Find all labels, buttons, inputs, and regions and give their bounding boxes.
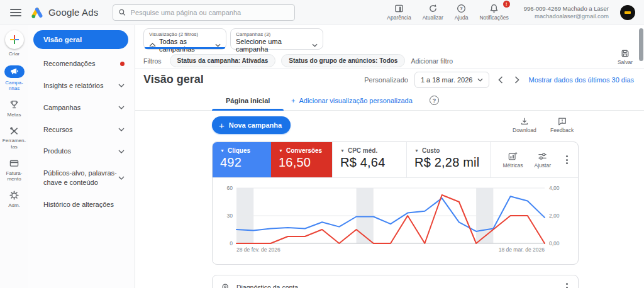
appearance-button[interactable]: Aparência — [387, 4, 411, 21]
rail-item-goals[interactable]: Metas — [8, 100, 21, 118]
sidebar-item-audiences[interactable]: Públicos-alvo, palavras-chave e conteúdo — [33, 162, 128, 194]
svg-text:18 de mar. de 2026: 18 de mar. de 2026 — [499, 246, 545, 253]
feedback-label: Feedback — [550, 127, 574, 133]
refresh-button[interactable]: Atualizar — [423, 4, 443, 21]
rail-item-tools[interactable]: Ferramen- tas — [3, 126, 26, 150]
metric-clicks-label: Cliques — [228, 147, 250, 154]
performance-chart: 030600,002,004,0028 de fev. de 202618 de… — [213, 178, 578, 263]
sidebar-item-insights[interactable]: Insights e relatórios — [33, 75, 128, 97]
rail-label-tools: Ferramen- tas — [3, 138, 26, 150]
metric-conversions-value: 16,50 — [279, 155, 332, 170]
sidebar-item-resources[interactable]: Recursos — [33, 119, 128, 141]
svg-text:4,00: 4,00 — [549, 185, 560, 191]
account-info[interactable]: 996-009-4269 Machado a Laser machadoalas… — [524, 5, 609, 20]
plus-icon: + — [219, 121, 225, 130]
view-selector-label: Visualização (2 filtros) — [149, 31, 221, 37]
sidebar: Visão geral Recomendações Insights e rel… — [28, 25, 135, 288]
sidebar-recommendations-label: Recomendações — [43, 59, 96, 69]
save-icon — [621, 49, 630, 58]
save-button[interactable]: Salvar — [618, 49, 633, 65]
sidebar-item-products[interactable]: Produtos — [33, 140, 128, 162]
new-campaign-button[interactable]: + Nova campanha — [212, 116, 291, 134]
metric-cpc-value: R$ 4,64 — [340, 155, 406, 170]
sidebar-item-recommendations[interactable]: Recomendações — [33, 53, 128, 75]
rail-label-create: Criar — [9, 51, 19, 57]
download-button[interactable]: Download — [513, 117, 536, 133]
metric-cost-label: Custo — [422, 147, 440, 154]
menu-icon[interactable] — [10, 9, 21, 16]
refresh-label: Atualizar — [423, 14, 443, 21]
filter-chip-adgroup-status[interactable]: Status do grupo de anúncios: Todos — [281, 54, 405, 67]
diagnostics-menu-kebab-icon[interactable] — [562, 280, 572, 288]
metric-card-cost[interactable]: ▼Custo R$ 2,28 mil — [406, 142, 490, 177]
rail-label-billing: Fatura- mento — [6, 170, 23, 182]
tabs-help-icon[interactable]: ? — [430, 96, 439, 105]
metric-cpc-label: CPC méd. — [348, 147, 377, 154]
metric-card-conversions[interactable]: ▼Conversões 16,50 — [271, 142, 332, 177]
overview-chart-svg: 030600,002,004,0028 de fev. de 202618 de… — [218, 182, 573, 263]
show-last-30-days-link[interactable]: Mostrar dados dos últimos 30 dias — [528, 76, 634, 84]
adjust-button[interactable]: Ajustar — [535, 152, 551, 169]
diagnostics-title: Diagnóstico da conta — [236, 284, 298, 288]
rail-item-campaigns[interactable]: Campa- nhas — [4, 65, 25, 92]
notifications-button[interactable]: ! Notificações — [479, 4, 508, 21]
metrics-button-label: Métricas — [502, 162, 523, 169]
rail-item-billing[interactable]: Fatura- mento — [6, 158, 23, 182]
metrics-chart-icon — [508, 152, 518, 161]
search-icon — [118, 8, 126, 16]
feedback-icon — [558, 117, 567, 126]
account-id: 996-009-4269 Machado a Laser — [524, 5, 609, 13]
rail-item-admin[interactable]: Adm. — [8, 191, 20, 209]
campaign-selector-value: Selecione uma campanha — [236, 38, 309, 53]
sidebar-insights-label: Insights e relatórios — [43, 81, 103, 91]
download-label: Download — [513, 127, 536, 133]
notifications-label: Notificações — [479, 14, 508, 21]
filter-chip-campaign-status[interactable]: Status da campanha: Ativadas — [170, 54, 276, 67]
sidebar-change-history-label: Histórico de alterações — [43, 200, 114, 209]
sidebar-item-campaigns[interactable]: Campanhas — [33, 97, 128, 119]
previous-period-button[interactable] — [496, 76, 506, 84]
diagnostics-search-icon — [221, 283, 230, 288]
sidebar-resources-label: Recursos — [43, 125, 72, 135]
card-menu-kebab-icon[interactable] — [562, 153, 572, 167]
filters-bar: Filtros Status da campanha: Ativadas Sta… — [143, 54, 453, 67]
sidebar-item-change-history[interactable]: Histórico de alterações — [33, 194, 128, 216]
metric-clicks-value: 492 — [220, 155, 271, 170]
view-selector-dropdown[interactable]: Visualização (2 filtros) Todas as campan… — [143, 28, 226, 50]
recommendations-alert-dot — [120, 62, 125, 66]
search-input[interactable] — [131, 9, 289, 16]
dropdown-triangle-icon: ▼ — [220, 148, 225, 153]
google-ads-logo-icon — [30, 6, 44, 19]
feedback-button[interactable]: Feedback — [550, 117, 574, 133]
account-diagnostics-card[interactable]: Diagnóstico da conta — [212, 275, 579, 288]
sidebar-overview-label: Visão geral — [43, 36, 82, 43]
dropdown-triangle-icon: ▼ — [340, 148, 345, 153]
global-search[interactable] — [113, 4, 295, 21]
date-range-picker[interactable]: 1 a 18 mar. 2026 — [414, 72, 490, 88]
avatar[interactable] — [620, 5, 635, 20]
rail-label-goals: Metas — [8, 112, 21, 118]
metrics-button[interactable]: Métricas — [502, 152, 523, 169]
rail-item-create[interactable]: Criar — [5, 30, 24, 57]
icon-rail: Criar Campa- nhas Metas — [0, 25, 28, 288]
metric-card-clicks[interactable]: ▼Cliques 492 — [213, 142, 271, 177]
svg-text:2,00: 2,00 — [549, 213, 560, 219]
add-custom-view-button[interactable]: + Adicionar visualização personalizada — [291, 91, 413, 111]
active-tab-indicator — [212, 109, 284, 111]
next-period-button[interactable] — [512, 76, 522, 84]
tab-home[interactable]: Página inicial — [212, 91, 284, 111]
metric-card-avg-cpc[interactable]: ▼CPC méd. R$ 4,64 — [332, 142, 406, 177]
account-email: machadoalaser@gmail.com — [524, 13, 609, 20]
help-button[interactable]: ? Ajuda — [455, 4, 469, 21]
metric-header-row: ▼Cliques 492 ▼Conversões 16,50 ▼CPC méd.… — [213, 142, 578, 178]
appearance-label: Aparência — [387, 14, 411, 21]
vertical-scrollbar[interactable] — [639, 28, 643, 61]
download-icon — [520, 117, 529, 126]
overview-header: Visão geral Personalizado 1 a 18 mar. 20… — [135, 69, 644, 91]
help-label: Ajuda — [455, 14, 469, 21]
campaign-selector-dropdown[interactable]: Campanhas (3) Selecione uma campanha — [230, 28, 323, 50]
chevron-down-icon — [118, 106, 125, 109]
sidebar-item-overview[interactable]: Visão geral — [33, 30, 128, 49]
bell-icon — [489, 4, 499, 13]
add-filter-button[interactable]: Adicionar filtro — [411, 57, 453, 65]
